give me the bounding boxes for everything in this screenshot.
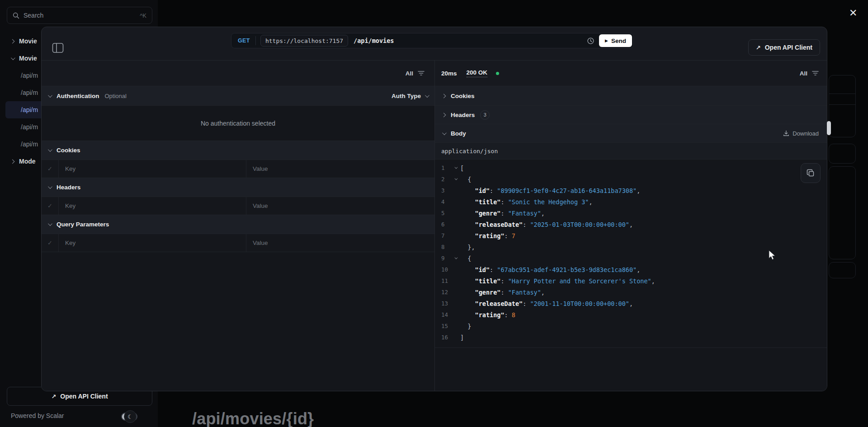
response-status-row: 20ms 200 OK All — [435, 61, 827, 86]
authentication-header[interactable]: Authentication Optional Auth Type — [42, 86, 434, 106]
response-body-header[interactable]: Body Download — [435, 124, 827, 143]
background-divider — [829, 94, 856, 94]
code-text: "rating": 7 — [460, 232, 515, 239]
response-duration: 20ms — [441, 70, 457, 77]
sidebar-item-label: /api/m — [21, 123, 38, 131]
chevron-right-icon — [442, 113, 446, 117]
headers-count-badge: 3 — [480, 110, 490, 120]
content-type-label: application/json — [441, 148, 498, 155]
copy-button[interactable] — [801, 163, 821, 183]
chevron-down-icon — [442, 131, 447, 135]
key-input[interactable] — [59, 234, 246, 252]
code-line: 9 { — [435, 253, 827, 264]
row-enabled-checkbox[interactable]: ✓ — [42, 160, 59, 178]
address-bar[interactable]: GET https://localhost:7157 /api/movies ▶… — [231, 33, 634, 48]
value-input[interactable] — [246, 234, 434, 252]
send-button[interactable]: ▶ Send — [599, 34, 632, 47]
chevron-down-icon — [48, 147, 52, 152]
moon-icon: ☾ — [124, 410, 137, 423]
section-header-query-parameters[interactable]: Query Parameters — [42, 215, 434, 234]
filter-icon[interactable] — [812, 70, 819, 76]
open-api-client-top-label: Open API Client — [765, 44, 812, 51]
code-line: 14 "rating": 8 — [435, 309, 827, 320]
sidebar-item-label: Movie — [19, 55, 37, 62]
api-client-modal: GET https://localhost:7157 /api/movies ▶… — [41, 27, 827, 391]
response-panel: 20ms 200 OK All Cookies Headers — [435, 61, 827, 391]
base-url-field[interactable]: https://localhost:7157 — [260, 35, 348, 47]
code-line: 3 "id": "89909cf1-9ef0-4c27-ab16-643a11b… — [435, 185, 827, 196]
background-panel — [829, 144, 856, 164]
response-status-badge[interactable]: 200 OK — [467, 69, 488, 77]
response-headers-header[interactable]: Headers 3 — [435, 106, 827, 124]
key-value-row: ✓ — [42, 160, 434, 178]
line-number: 9 — [435, 255, 450, 262]
row-enabled-checkbox[interactable]: ✓ — [42, 197, 59, 215]
open-api-client-top-button[interactable]: ↗ Open API Client — [748, 39, 820, 56]
section-header-headers[interactable]: Headers — [42, 178, 434, 197]
chevron-down-icon — [454, 256, 458, 259]
scrollbar-thumb[interactable] — [827, 121, 831, 135]
authentication-optional-label: Optional — [105, 93, 127, 99]
code-line: 6 "releaseDate": "2025-01-03T00:00:00+00… — [435, 219, 827, 230]
close-icon[interactable]: ✕ — [849, 8, 857, 18]
powered-by-label: Powered by Scalar — [11, 412, 64, 419]
authentication-title: Authentication — [57, 93, 99, 99]
auth-type-dropdown[interactable]: Auth Type — [392, 93, 428, 99]
code-text: ] — [460, 334, 464, 341]
sidebar-item-label: /api/m — [21, 89, 38, 96]
response-filter-all-label[interactable]: All — [800, 70, 807, 77]
fold-toggle[interactable] — [450, 167, 460, 169]
http-method-badge[interactable]: GET — [231, 38, 255, 44]
key-input[interactable] — [59, 160, 246, 178]
code-text: "title": "Sonic the Hedgehog 3", — [460, 198, 593, 206]
code-text: "title": "Harry Potter and the Sorcerer'… — [460, 277, 655, 285]
address-bar-divider — [255, 36, 256, 45]
code-text: { — [460, 176, 471, 183]
play-icon: ▶ — [605, 38, 608, 43]
fold-toggle[interactable] — [450, 257, 460, 259]
search-input[interactable]: Search ^K — [7, 7, 152, 24]
chevron-down-icon — [454, 177, 458, 180]
copy-icon — [806, 169, 815, 178]
auth-type-label: Auth Type — [392, 93, 421, 99]
value-input[interactable] — [246, 197, 434, 215]
code-text: }, — [460, 244, 475, 251]
response-cookies-header[interactable]: Cookies — [435, 86, 827, 106]
line-number: 16 — [435, 334, 450, 341]
authentication-empty-state: No authentication selected — [42, 106, 434, 141]
request-path[interactable]: /api/movies — [354, 37, 394, 44]
fold-toggle[interactable] — [450, 178, 460, 180]
sidebar-toggle-icon[interactable] — [52, 42, 65, 54]
code-line: 7 "rating": 7 — [435, 230, 827, 241]
status-ok-dot — [496, 72, 499, 75]
download-label: Download — [793, 130, 819, 137]
key-input[interactable] — [59, 197, 246, 215]
code-line: 13 "releaseDate": "2001-11-10T00:00:00+0… — [435, 298, 827, 309]
powered-by-row: Powered by Scalar ☾ — [11, 412, 151, 419]
line-number: 5 — [435, 210, 450, 216]
request-filter-all-label[interactable]: All — [406, 70, 413, 77]
line-number: 1 — [435, 164, 450, 171]
search-placeholder: Search — [24, 12, 43, 19]
line-number: 10 — [435, 266, 450, 273]
modal-topbar: GET https://localhost:7157 /api/movies ▶… — [42, 27, 827, 61]
response-body-label: Body — [451, 130, 466, 137]
code-line: 12 "genre": "Fantasy", — [435, 286, 827, 298]
code-line: 5 "genre": "Fantasy", — [435, 207, 827, 219]
code-text: "rating": 8 — [460, 311, 515, 319]
row-enabled-checkbox[interactable]: ✓ — [42, 234, 59, 252]
download-button[interactable]: Download — [783, 130, 819, 137]
filter-icon[interactable] — [418, 70, 425, 76]
code-line: 8 }, — [435, 241, 827, 253]
code-text: } — [460, 323, 471, 330]
key-value-row: ✓ — [42, 197, 434, 215]
section-header-cookies[interactable]: Cookies — [42, 141, 434, 160]
code-line: 10 "id": "67abc951-adef-4921-b5e3-9d83ec… — [435, 264, 827, 275]
line-number: 11 — [435, 277, 450, 284]
dark-mode-toggle[interactable]: ☾ — [121, 413, 137, 421]
history-icon[interactable] — [587, 37, 594, 45]
chevron-down-icon — [11, 56, 15, 60]
sidebar-item-label: Mode — [19, 158, 36, 165]
chevron-down-icon — [454, 166, 458, 169]
value-input[interactable] — [246, 160, 434, 178]
